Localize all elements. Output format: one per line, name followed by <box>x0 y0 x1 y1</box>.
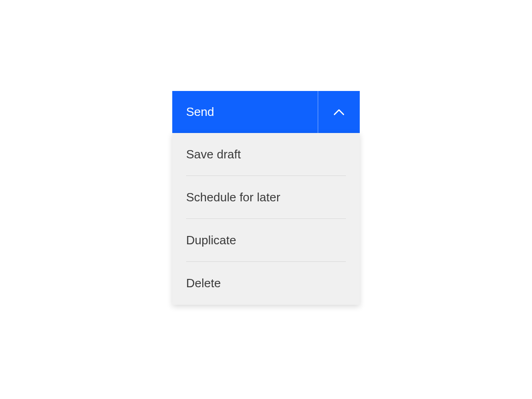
send-button[interactable]: Send <box>172 91 318 133</box>
menu-item-duplicate[interactable]: Duplicate <box>186 219 346 262</box>
menu-item-schedule-for-later[interactable]: Schedule for later <box>186 176 346 219</box>
dropdown-menu: Save draft Schedule for later Duplicate … <box>172 133 360 305</box>
split-button-container: Send Save draft Schedule for later Dupli… <box>172 91 360 305</box>
split-button: Send <box>172 91 360 133</box>
menu-item-label: Save draft <box>186 147 241 162</box>
menu-item-delete[interactable]: Delete <box>186 262 346 305</box>
menu-item-label: Duplicate <box>186 233 236 248</box>
dropdown-toggle-button[interactable] <box>318 91 360 133</box>
chevron-up-icon <box>334 109 344 115</box>
send-button-label: Send <box>186 105 214 119</box>
menu-item-label: Schedule for later <box>186 190 280 205</box>
menu-item-save-draft[interactable]: Save draft <box>186 133 346 176</box>
menu-item-label: Delete <box>186 276 221 290</box>
